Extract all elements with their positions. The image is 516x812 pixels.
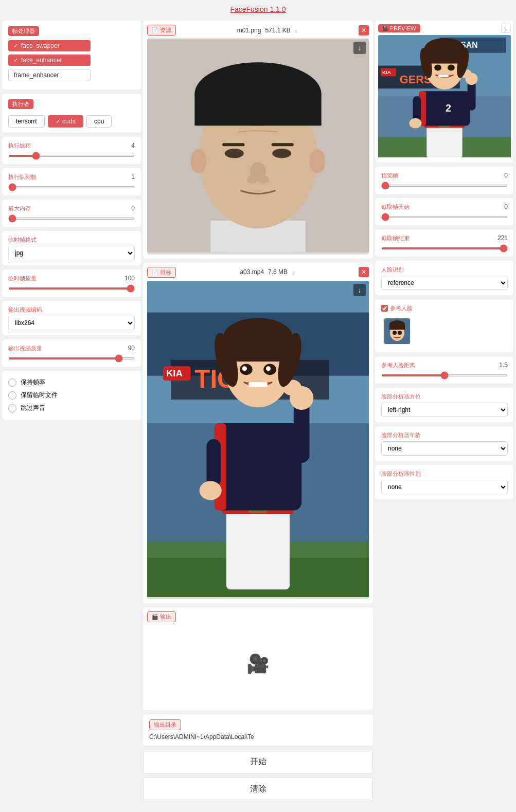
svg-point-11 <box>258 175 270 183</box>
source-tag-label: 资源 <box>160 26 171 34</box>
frame-enhancer-btn[interactable]: frame_enhancer <box>8 69 91 81</box>
temp-frame-quality-slider[interactable] <box>8 287 135 290</box>
trim-end-label: 截取帧结束 <box>381 234 410 242</box>
temp-frame-format-select[interactable]: jpg png bmp <box>8 246 135 260</box>
exec-queue-slider[interactable] <box>8 186 135 188</box>
face-analyser-age-section: 脸部分析器年龄 none child teen adult senior <box>375 426 514 461</box>
keep-temp-label: 保留临时文件 <box>21 391 58 400</box>
ref-face-label: 参考人脸 <box>390 304 413 312</box>
output-placeholder: 🎥 <box>147 625 369 702</box>
ref-face-distance-value: 1.5 <box>499 362 508 369</box>
face-analyser-gender-section: 脸部分析器性别 none male female <box>375 465 514 499</box>
ref-face-thumbnail[interactable] <box>384 318 410 344</box>
ref-face-checkbox[interactable] <box>381 305 388 312</box>
svg-rect-7 <box>222 143 244 146</box>
target-card: 📄 目标 a03.mp4 7.6 MB ↓ ✕ <box>143 263 373 604</box>
preview-frame-label: 预览帧 <box>381 172 398 179</box>
face-analyser-direction-select[interactable]: left-right right-left top-bottom bottom-… <box>381 403 508 417</box>
preview-frame-value: 0 <box>504 172 508 179</box>
cpu-btn[interactable]: cpu <box>86 115 112 128</box>
svg-rect-77 <box>389 324 405 330</box>
svg-point-6 <box>272 149 291 158</box>
face-analyser-direction-section: 脸部分析器方位 left-right right-left top-bottom… <box>375 388 514 422</box>
svg-point-45 <box>200 481 222 500</box>
trim-start-label: 截取帧开始 <box>381 203 410 211</box>
svg-rect-55 <box>426 126 462 158</box>
face-analyser-direction-label: 脸部分析器方位 <box>381 393 508 401</box>
exec-threads-value: 4 <box>131 142 135 150</box>
target-download-btn[interactable]: ↓ <box>353 284 366 296</box>
svg-rect-29 <box>215 423 301 510</box>
output-video-encoder-select[interactable]: libx264 libx265 libvpx-vp9 <box>8 316 135 330</box>
preview-label: PREVIEW <box>390 25 416 31</box>
svg-rect-71 <box>438 75 449 77</box>
source-close-btn[interactable]: ✕ <box>359 25 369 35</box>
target-image-container: TIGERS KIA 2 <box>147 281 369 600</box>
ref-face-section: 参考人脸 <box>375 299 514 352</box>
source-card: 📄 资源 m01.png 571.1 KB ↓ ✕ <box>143 21 373 259</box>
title-text: FaceFusion 1.1.0 <box>230 5 286 13</box>
keep-temp-toggle[interactable] <box>8 391 16 400</box>
ref-face-row <box>383 317 506 345</box>
trim-end-section: 截取帧结束 221 <box>375 229 514 257</box>
ref-face-distance-slider[interactable] <box>381 374 508 376</box>
skip-audio-toggle[interactable] <box>8 404 16 412</box>
target-filename: a03.mp4 <box>240 268 264 276</box>
svg-rect-15 <box>194 94 321 126</box>
face-swapper-label: face_swapper <box>21 42 60 49</box>
face-analyser-gender-select[interactable]: none male female <box>381 480 508 494</box>
output-video-encoder-label: 输出视频编码 <box>8 306 135 314</box>
face-analyser-age-label: 脸部分析器年龄 <box>381 431 508 439</box>
scrollbar[interactable] <box>513 0 516 812</box>
exec-threads-label: 执行线程 <box>8 142 31 150</box>
trim-start-value: 0 <box>504 203 508 211</box>
trim-start-slider[interactable] <box>381 216 508 218</box>
cuda-btn[interactable]: ✓ cuda <box>48 115 83 128</box>
action-buttons: 开始 清除 <box>143 750 373 801</box>
preview-download-btn[interactable]: ↓ <box>501 24 511 33</box>
svg-point-42 <box>266 366 271 371</box>
output-video-quality-slider[interactable] <box>8 357 135 359</box>
face-recognition-select[interactable]: reference best all <box>381 276 508 290</box>
source-download-btn[interactable]: ↓ <box>353 42 366 54</box>
keep-fps-toggle[interactable] <box>8 378 16 387</box>
svg-text:KIA: KIA <box>166 368 183 378</box>
preview-card: 🎬 PREVIEW ↓ DOOSAN KIA <box>375 21 514 163</box>
temp-frame-quality-value: 100 <box>124 275 135 282</box>
output-dir-card: 输出目录 C:\Users\ADMINI~1\AppData\Local\Te <box>143 714 373 746</box>
svg-rect-43 <box>248 382 268 387</box>
cuda-label: cuda <box>62 118 76 125</box>
clear-button[interactable]: 清除 <box>143 777 373 801</box>
face-analyser-gender-label: 脸部分析器性别 <box>381 470 508 478</box>
target-tag: 📄 目标 <box>147 267 176 278</box>
trim-end-slider[interactable] <box>381 247 508 249</box>
cpu-label: cpu <box>94 118 104 125</box>
exec-queue-label: 执行队列数 <box>8 173 37 181</box>
face-enhancer-btn[interactable]: ✓ face_enhancer <box>8 55 91 66</box>
output-tag-label: 输出 <box>160 613 171 621</box>
output-video-quality-value: 90 <box>128 345 135 352</box>
target-image: TIGERS KIA 2 <box>147 281 369 598</box>
target-tag-label: 目标 <box>160 268 171 276</box>
exec-threads-section: 执行线程 4 <box>2 137 141 164</box>
output-video-encoder-section: 输出视频编码 libx264 libx265 libvpx-vp9 <box>2 301 141 335</box>
svg-point-78 <box>393 331 397 335</box>
ref-face-distance-label: 参考人脸距离 <box>381 362 415 369</box>
executor-section: 执行者 tensorrt ✓ cuda cpu <box>2 94 141 133</box>
face-analyser-age-select[interactable]: none child teen adult senior <box>381 441 508 456</box>
start-button[interactable]: 开始 <box>143 750 373 774</box>
max-memory-slider[interactable] <box>8 218 135 220</box>
ref-face-distance-section: 参考人脸距离 1.5 <box>375 356 514 384</box>
preview-frame-slider[interactable] <box>381 185 508 187</box>
face-enhancer-label: face_enhancer <box>21 57 62 64</box>
target-close-btn[interactable]: ✕ <box>359 267 369 277</box>
exec-queue-value: 1 <box>131 173 135 181</box>
temp-frame-quality-section: 临时帧质量 100 <box>2 269 141 297</box>
ref-face-container <box>381 315 508 347</box>
exec-threads-slider[interactable] <box>8 155 135 157</box>
tensorrt-btn[interactable]: tensorrt <box>8 115 45 128</box>
source-tag: 📄 资源 <box>147 25 176 35</box>
svg-rect-72 <box>413 96 421 122</box>
face-swapper-btn[interactable]: ✓ face_swapper <box>8 40 91 51</box>
source-image-container: ↓ <box>147 39 369 255</box>
